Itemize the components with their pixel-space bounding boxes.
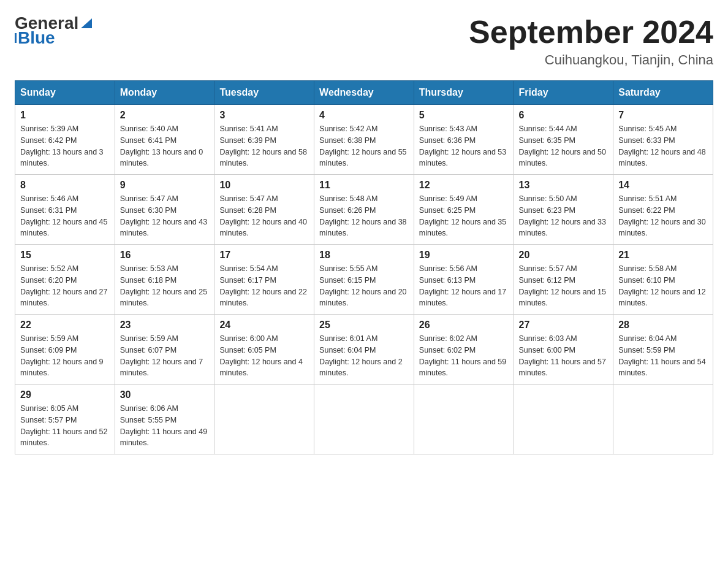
day-info: Sunrise: 5:40 AM Sunset: 6:41 PM Dayligh…: [120, 123, 210, 169]
day-number: 30: [120, 389, 210, 400]
calendar-week-1: 1 Sunrise: 5:39 AM Sunset: 6:42 PM Dayli…: [15, 105, 713, 175]
day-info: Sunrise: 6:00 AM Sunset: 6:05 PM Dayligh…: [219, 333, 309, 379]
day-number: 25: [319, 320, 409, 331]
table-row: 4 Sunrise: 5:42 AM Sunset: 6:38 PM Dayli…: [314, 105, 414, 175]
day-number: 23: [120, 320, 210, 331]
table-row: 16 Sunrise: 5:53 AM Sunset: 6:18 PM Dayl…: [115, 245, 214, 315]
col-tuesday: Tuesday: [214, 81, 314, 105]
table-row: 21 Sunrise: 5:58 AM Sunset: 6:10 PM Dayl…: [613, 245, 713, 315]
day-info: Sunrise: 5:58 AM Sunset: 6:10 PM Dayligh…: [618, 263, 708, 309]
day-info: Sunrise: 5:47 AM Sunset: 6:30 PM Dayligh…: [120, 193, 210, 239]
table-row: 26 Sunrise: 6:02 AM Sunset: 6:02 PM Dayl…: [414, 315, 514, 385]
day-number: 27: [519, 320, 609, 331]
table-row: 20 Sunrise: 5:57 AM Sunset: 6:12 PM Dayl…: [514, 245, 613, 315]
table-row: [514, 385, 613, 454]
day-info: Sunrise: 5:59 AM Sunset: 6:09 PM Dayligh…: [20, 333, 110, 379]
day-info: Sunrise: 5:39 AM Sunset: 6:42 PM Dayligh…: [20, 123, 110, 169]
day-number: 8: [20, 180, 110, 191]
day-number: 22: [20, 320, 110, 331]
day-number: 1: [20, 110, 110, 121]
day-info: Sunrise: 5:57 AM Sunset: 6:12 PM Dayligh…: [519, 263, 609, 309]
day-info: Sunrise: 5:52 AM Sunset: 6:20 PM Dayligh…: [20, 263, 110, 309]
table-row: 28 Sunrise: 6:04 AM Sunset: 5:59 PM Dayl…: [613, 315, 713, 385]
table-row: 15 Sunrise: 5:52 AM Sunset: 6:20 PM Dayl…: [15, 245, 115, 315]
day-number: 12: [419, 180, 509, 191]
day-info: Sunrise: 5:56 AM Sunset: 6:13 PM Dayligh…: [419, 263, 509, 309]
col-sunday: Sunday: [15, 81, 115, 105]
logo: General Blue: [15, 15, 93, 47]
page-header: General Blue September 2024 Cuihuangkou,…: [15, 15, 713, 68]
day-info: Sunrise: 5:41 AM Sunset: 6:39 PM Dayligh…: [219, 123, 309, 169]
table-row: 6 Sunrise: 5:44 AM Sunset: 6:35 PM Dayli…: [514, 105, 613, 175]
day-number: 20: [519, 250, 609, 261]
day-info: Sunrise: 5:53 AM Sunset: 6:18 PM Dayligh…: [120, 263, 210, 309]
calendar-week-4: 22 Sunrise: 5:59 AM Sunset: 6:09 PM Dayl…: [15, 315, 713, 385]
day-number: 10: [219, 180, 309, 191]
day-info: Sunrise: 5:42 AM Sunset: 6:38 PM Dayligh…: [319, 123, 409, 169]
svg-marker-0: [81, 18, 92, 28]
table-row: 12 Sunrise: 5:49 AM Sunset: 6:25 PM Dayl…: [414, 175, 514, 245]
day-info: Sunrise: 5:44 AM Sunset: 6:35 PM Dayligh…: [519, 123, 609, 169]
day-number: 5: [419, 110, 509, 121]
calendar-table: Sunday Monday Tuesday Wednesday Thursday…: [15, 80, 713, 454]
day-info: Sunrise: 5:43 AM Sunset: 6:36 PM Dayligh…: [419, 123, 509, 169]
table-row: 27 Sunrise: 6:03 AM Sunset: 6:00 PM Dayl…: [514, 315, 613, 385]
table-row: 14 Sunrise: 5:51 AM Sunset: 6:22 PM Dayl…: [613, 175, 713, 245]
table-row: 11 Sunrise: 5:48 AM Sunset: 6:26 PM Dayl…: [314, 175, 414, 245]
day-info: Sunrise: 5:50 AM Sunset: 6:23 PM Dayligh…: [519, 193, 609, 239]
table-row: [613, 385, 713, 454]
table-row: 1 Sunrise: 5:39 AM Sunset: 6:42 PM Dayli…: [15, 105, 115, 175]
day-number: 6: [519, 110, 609, 121]
day-number: 4: [319, 110, 409, 121]
day-number: 9: [120, 180, 210, 191]
day-number: 26: [419, 320, 509, 331]
day-info: Sunrise: 5:47 AM Sunset: 6:28 PM Dayligh…: [219, 193, 309, 239]
day-number: 15: [20, 250, 110, 261]
day-number: 29: [20, 389, 110, 400]
day-info: Sunrise: 5:54 AM Sunset: 6:17 PM Dayligh…: [219, 263, 309, 309]
table-row: 25 Sunrise: 6:01 AM Sunset: 6:04 PM Dayl…: [314, 315, 414, 385]
day-info: Sunrise: 6:06 AM Sunset: 5:55 PM Dayligh…: [120, 403, 210, 449]
col-wednesday: Wednesday: [314, 81, 414, 105]
day-number: 14: [618, 180, 708, 191]
location-subtitle: Cuihuangkou, Tianjin, China: [469, 52, 713, 68]
table-row: 13 Sunrise: 5:50 AM Sunset: 6:23 PM Dayl…: [514, 175, 613, 245]
table-row: 24 Sunrise: 6:00 AM Sunset: 6:05 PM Dayl…: [214, 315, 314, 385]
table-row: 17 Sunrise: 5:54 AM Sunset: 6:17 PM Dayl…: [214, 245, 314, 315]
day-number: 3: [219, 110, 309, 121]
day-info: Sunrise: 5:46 AM Sunset: 6:31 PM Dayligh…: [20, 193, 110, 239]
table-row: 3 Sunrise: 5:41 AM Sunset: 6:39 PM Dayli…: [214, 105, 314, 175]
day-number: 16: [120, 250, 210, 261]
table-row: 10 Sunrise: 5:47 AM Sunset: 6:28 PM Dayl…: [214, 175, 314, 245]
day-info: Sunrise: 5:55 AM Sunset: 6:15 PM Dayligh…: [319, 263, 409, 309]
day-info: Sunrise: 6:04 AM Sunset: 5:59 PM Dayligh…: [618, 333, 708, 379]
col-thursday: Thursday: [414, 81, 514, 105]
day-number: 18: [319, 250, 409, 261]
table-row: 5 Sunrise: 5:43 AM Sunset: 6:36 PM Dayli…: [414, 105, 514, 175]
day-number: 2: [120, 110, 210, 121]
title-block: September 2024 Cuihuangkou, Tianjin, Chi…: [469, 15, 713, 68]
day-number: 13: [519, 180, 609, 191]
table-row: 22 Sunrise: 5:59 AM Sunset: 6:09 PM Dayl…: [15, 315, 115, 385]
month-title: September 2024: [469, 15, 713, 50]
day-info: Sunrise: 5:45 AM Sunset: 6:33 PM Dayligh…: [618, 123, 708, 169]
table-row: 23 Sunrise: 5:59 AM Sunset: 6:07 PM Dayl…: [115, 315, 214, 385]
day-info: Sunrise: 6:02 AM Sunset: 6:02 PM Dayligh…: [419, 333, 509, 379]
table-row: 9 Sunrise: 5:47 AM Sunset: 6:30 PM Dayli…: [115, 175, 214, 245]
table-row: 30 Sunrise: 6:06 AM Sunset: 5:55 PM Dayl…: [115, 385, 214, 454]
calendar-week-3: 15 Sunrise: 5:52 AM Sunset: 6:20 PM Dayl…: [15, 245, 713, 315]
day-number: 19: [419, 250, 509, 261]
day-number: 21: [618, 250, 708, 261]
day-number: 17: [219, 250, 309, 261]
day-info: Sunrise: 5:48 AM Sunset: 6:26 PM Dayligh…: [319, 193, 409, 239]
calendar-week-5: 29 Sunrise: 6:05 AM Sunset: 5:57 PM Dayl…: [15, 385, 713, 454]
col-friday: Friday: [514, 81, 613, 105]
day-info: Sunrise: 6:05 AM Sunset: 5:57 PM Dayligh…: [20, 403, 110, 449]
table-row: 7 Sunrise: 5:45 AM Sunset: 6:33 PM Dayli…: [613, 105, 713, 175]
day-number: 28: [618, 320, 708, 331]
table-row: [314, 385, 414, 454]
calendar-week-2: 8 Sunrise: 5:46 AM Sunset: 6:31 PM Dayli…: [15, 175, 713, 245]
logo-text-blue: Blue: [18, 29, 55, 47]
day-number: 24: [219, 320, 309, 331]
table-row: 19 Sunrise: 5:56 AM Sunset: 6:13 PM Dayl…: [414, 245, 514, 315]
